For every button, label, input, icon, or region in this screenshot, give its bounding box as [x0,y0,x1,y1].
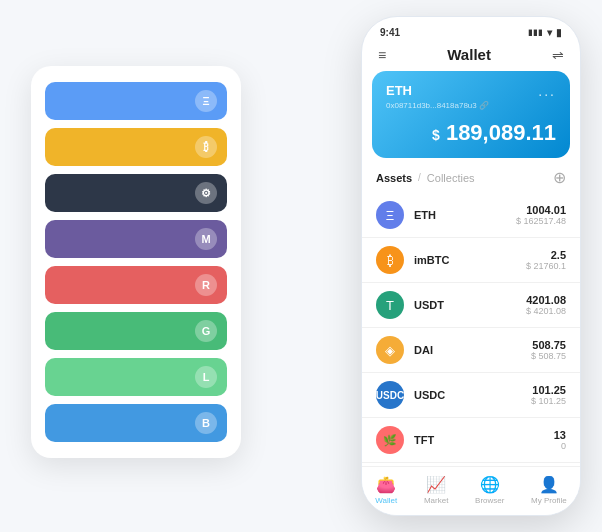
battery-icon: ▮ [556,27,562,38]
eth-card-address: 0x08711d3b...8418a78u3 🔗 [386,101,556,110]
list-item[interactable]: R [45,266,227,304]
tft-amount: 13 [554,429,566,441]
list-item[interactable]: L [45,358,227,396]
asset-name-imbtc: imBTC [414,254,526,266]
status-time: 9:41 [380,27,400,38]
list-item[interactable]: ₿ [45,128,227,166]
table-row[interactable]: ₿ imBTC 2.5 $ 21760.1 [362,238,580,283]
market-nav-label: Market [424,496,448,505]
browser-nav-icon: 🌐 [480,475,500,494]
signal-icon: ▮▮▮ [528,28,543,37]
eth-card[interactable]: ETH ... 0x08711d3b...8418a78u3 🔗 $ 189,0… [372,71,570,158]
nav-item-wallet[interactable]: 👛 Wallet [375,475,397,505]
profile-nav-icon: 👤 [539,475,559,494]
usdc-usd: $ 101.25 [531,396,566,406]
card-panel: Ξ ₿ ⚙ M R G L B [31,66,241,458]
wallet-nav-icon: 👛 [376,475,396,494]
bottom-nav: 👛 Wallet 📈 Market 🌐 Browser 👤 My Profile [362,466,580,515]
imbtc-icon: ₿ [376,246,404,274]
page-title: Wallet [447,46,491,63]
menu-icon[interactable]: ≡ [378,47,386,63]
add-asset-button[interactable]: ⊕ [553,168,566,187]
list-item[interactable]: B [45,404,227,442]
eth-amount: 1004.01 [516,204,566,216]
purple-card-icon: M [195,228,217,250]
table-row[interactable]: 🌿 TFT 13 0 [362,418,580,463]
imbtc-amount: 2.5 [526,249,566,261]
wifi-icon: ▾ [547,27,552,38]
usdt-icon: T [376,291,404,319]
usdc-icon: USDC [376,381,404,409]
nav-item-market[interactable]: 📈 Market [424,475,448,505]
dai-usd: $ 508.75 [531,351,566,361]
dark-card-icon: ⚙ [195,182,217,204]
asset-name-dai: DAI [414,344,531,356]
eth-card-icon: Ξ [195,90,217,112]
eth-amounts: 1004.01 $ 162517.48 [516,204,566,226]
browser-nav-label: Browser [475,496,504,505]
tab-assets[interactable]: Assets [376,172,412,184]
red-card-icon: R [195,274,217,296]
phone-header: ≡ Wallet ⇌ [362,42,580,71]
asset-name-eth: ETH [414,209,516,221]
lightgreen-card-icon: L [195,366,217,388]
list-item[interactable]: G [45,312,227,350]
list-item[interactable]: M [45,220,227,258]
nav-item-browser[interactable]: 🌐 Browser [475,475,504,505]
imbtc-amounts: 2.5 $ 21760.1 [526,249,566,271]
imbtc-usd: $ 21760.1 [526,261,566,271]
table-row[interactable]: T USDT 4201.08 $ 4201.08 [362,283,580,328]
list-item[interactable]: ⚙ [45,174,227,212]
dai-amounts: 508.75 $ 508.75 [531,339,566,361]
table-row[interactable]: USDC USDC 101.25 $ 101.25 [362,373,580,418]
scene: Ξ ₿ ⚙ M R G L B 9:41 ▮▮▮ ▾ [21,16,581,516]
btc-card-icon: ₿ [195,136,217,158]
dai-icon: ◈ [376,336,404,364]
blue2-card-icon: B [195,412,217,434]
eth-usd: $ 162517.48 [516,216,566,226]
tab-collecties[interactable]: Collecties [427,172,475,184]
table-row[interactable]: Ξ ETH 1004.01 $ 162517.48 [362,193,580,238]
green-card-icon: G [195,320,217,342]
market-nav-icon: 📈 [426,475,446,494]
profile-nav-label: My Profile [531,496,567,505]
asset-name-usdc: USDC [414,389,531,401]
eth-card-balance: $ 189,089.11 [386,120,556,146]
eth-card-header: ETH ... [386,83,556,99]
usdt-amount: 4201.08 [526,294,566,306]
usdt-usd: $ 4201.08 [526,306,566,316]
asset-name-tft: TFT [414,434,554,446]
usdc-amounts: 101.25 $ 101.25 [531,384,566,406]
assets-header: Assets / Collecties ⊕ [362,158,580,193]
eth-card-label: ETH [386,83,412,98]
eth-card-menu[interactable]: ... [538,83,556,99]
asset-list: Ξ ETH 1004.01 $ 162517.48 ₿ imBTC 2.5 $ … [362,193,580,463]
eth-icon: Ξ [376,201,404,229]
assets-tabs: Assets / Collecties [376,172,475,184]
usdt-amounts: 4201.08 $ 4201.08 [526,294,566,316]
status-icons: ▮▮▮ ▾ ▮ [528,27,562,38]
asset-name-usdt: USDT [414,299,526,311]
status-bar: 9:41 ▮▮▮ ▾ ▮ [362,17,580,42]
wallet-nav-label: Wallet [375,496,397,505]
tft-usd: 0 [554,441,566,451]
tft-amounts: 13 0 [554,429,566,451]
expand-icon[interactable]: ⇌ [552,47,564,63]
usdc-amount: 101.25 [531,384,566,396]
nav-item-profile[interactable]: 👤 My Profile [531,475,567,505]
dai-amount: 508.75 [531,339,566,351]
table-row[interactable]: ◈ DAI 508.75 $ 508.75 [362,328,580,373]
tft-icon: 🌿 [376,426,404,454]
phone-mockup: 9:41 ▮▮▮ ▾ ▮ ≡ Wallet ⇌ ETH ... 0x08711d… [361,16,581,516]
tab-divider: / [418,172,421,183]
list-item[interactable]: Ξ [45,82,227,120]
